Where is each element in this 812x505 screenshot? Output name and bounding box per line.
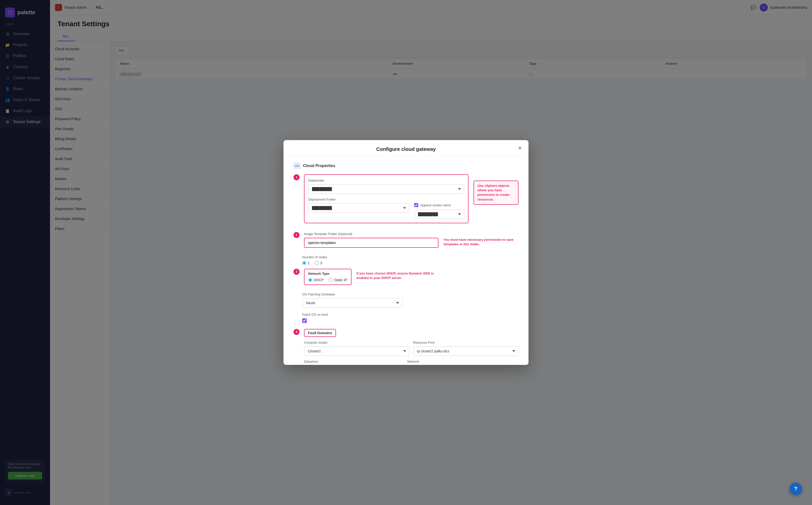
network-type-label: Network Type bbox=[308, 272, 347, 276]
os-patching-label: OS Patching Schedule bbox=[302, 293, 518, 296]
step-3-row: 3 Network Type DHCP bbox=[294, 269, 351, 285]
network-field-label: Network bbox=[407, 360, 507, 363]
modal-close-button[interactable]: ✕ bbox=[516, 144, 524, 152]
static-ip-option: Static IP bbox=[329, 278, 347, 282]
nodes-section: Number of nodes 1 3 bbox=[302, 255, 518, 265]
append-cluster-name-group: Append cluster name bbox=[414, 203, 464, 207]
nodes-1-option: 1 bbox=[302, 261, 310, 265]
compute-cluster-select[interactable]: Cluster2 bbox=[304, 346, 410, 356]
os-patching-select[interactable]: Never bbox=[302, 298, 402, 308]
datacenter-select[interactable]: ████████ bbox=[308, 184, 464, 194]
os-patching-section: OS Patching Schedule Never bbox=[302, 293, 518, 308]
network-type-options: DHCP Static IP bbox=[308, 278, 347, 282]
append-cluster-checkbox[interactable] bbox=[414, 203, 418, 207]
section-title: Cloud Properties bbox=[303, 164, 335, 168]
step-1-row: 1 Datacenter ████████ Deployment bbox=[294, 174, 468, 228]
nodes-1-radio[interactable] bbox=[302, 261, 306, 265]
nodes-3-option: 3 bbox=[315, 261, 322, 265]
modal-body: vm Cloud Properties 1 Datacenter ██ bbox=[283, 156, 529, 365]
compute-cluster-group: Compute cluster Cluster2 bbox=[304, 341, 410, 356]
modal-header: Configure cloud gateway ✕ bbox=[283, 140, 529, 156]
step-1-indicator: 1 bbox=[294, 174, 300, 180]
dhcp-label: DHCP bbox=[314, 278, 324, 282]
step-1-content: Datacenter ████████ Deployment Folder ██… bbox=[304, 174, 468, 228]
step-4-indicator: 4 bbox=[294, 329, 300, 335]
compute-cluster-label: Compute cluster bbox=[304, 341, 410, 344]
cluster-name-select[interactable]: ████████ bbox=[414, 209, 464, 219]
datacenter-callout: Use vSphere objects where you have permi… bbox=[473, 181, 518, 205]
static-ip-label: Static IP bbox=[334, 278, 347, 282]
configure-gateway-modal: Configure cloud gateway ✕ vm Cloud Prope… bbox=[283, 140, 529, 365]
resource-pool-label: Resource Pool bbox=[413, 341, 519, 344]
deployment-folder-select[interactable]: ████████ bbox=[308, 203, 409, 213]
cloud-properties-header: vm Cloud Properties bbox=[294, 162, 518, 169]
datastore-group: Datastore vsanDatastore 🔷 bbox=[304, 360, 403, 365]
image-template-input-box bbox=[304, 238, 439, 248]
nodes-radio-group: 1 3 bbox=[302, 261, 518, 265]
patch-boot-section: Patch OS on boot bbox=[302, 313, 518, 324]
image-template-input[interactable] bbox=[305, 238, 367, 247]
static-ip-radio[interactable] bbox=[329, 278, 333, 282]
modal-overlay: Configure cloud gateway ✕ vm Cloud Prope… bbox=[0, 0, 812, 505]
dhcp-radio[interactable] bbox=[308, 278, 312, 282]
datastore-network-row: Datastore vsanDatastore 🔷 Network VM-NET… bbox=[304, 360, 518, 365]
step-3-indicator: 3 bbox=[294, 269, 300, 275]
resource-pool-group: Resource Pool rp cluster2 palku-dcs bbox=[413, 341, 519, 356]
network-type-box: Network Type DHCP Static IP bbox=[304, 269, 351, 285]
resource-pool-select[interactable]: rp cluster2 palku-dcs bbox=[413, 346, 519, 356]
deployment-folder-label: Deployment Folder bbox=[308, 197, 409, 201]
append-cluster-label: Append cluster name bbox=[420, 203, 451, 207]
nodes-1-label: 1 bbox=[308, 261, 310, 265]
compute-resource-row: Compute cluster Cluster2 Resource Pool r… bbox=[304, 341, 518, 356]
fault-domains-label: Fault Domains bbox=[304, 329, 336, 337]
datastore-label: Datastore bbox=[304, 360, 403, 363]
step-2-indicator: 2 bbox=[294, 232, 300, 238]
datacenter-label: Datacenter bbox=[308, 179, 464, 182]
step-2-content: Image Template Folder (Optional) bbox=[304, 232, 439, 248]
image-template-label: Image Template Folder (Optional) bbox=[304, 232, 439, 236]
patch-boot-checkbox[interactable] bbox=[302, 318, 307, 323]
nodes-3-label: 3 bbox=[320, 261, 322, 265]
step-3-content: Network Type DHCP Static IP bbox=[304, 269, 351, 285]
image-template-callout: You must have necessary permission to sa… bbox=[444, 237, 518, 246]
network-field-group: Network VM-NETWORK bbox=[407, 360, 507, 365]
nodes-label: Number of nodes bbox=[302, 255, 518, 259]
step-2-row: 2 Image Template Folder (Optional) bbox=[294, 232, 439, 248]
nodes-3-radio[interactable] bbox=[315, 261, 319, 265]
modal-title: Configure cloud gateway bbox=[376, 146, 436, 152]
datacenter-section: Datacenter ████████ Deployment Folder ██… bbox=[304, 174, 468, 223]
network-callout: If you have chosen DHCP, ensure Dynamic … bbox=[356, 271, 444, 280]
help-button[interactable]: ? bbox=[790, 483, 802, 495]
vm-icon: vm bbox=[294, 162, 301, 169]
dhcp-option: DHCP bbox=[308, 278, 324, 282]
patch-boot-label: Patch OS on boot bbox=[302, 313, 518, 316]
